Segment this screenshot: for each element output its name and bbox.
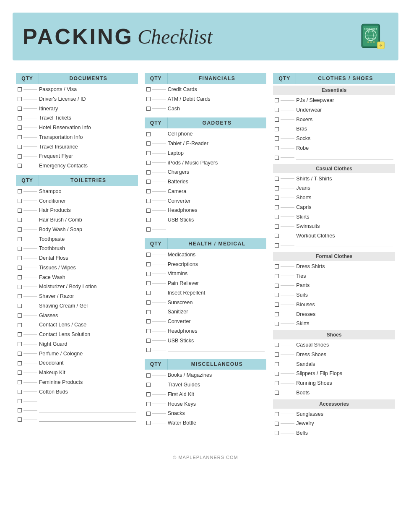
checkbox[interactable] bbox=[275, 177, 279, 181]
checkbox[interactable] bbox=[275, 343, 279, 347]
checkbox[interactable] bbox=[18, 209, 22, 213]
checkbox[interactable] bbox=[146, 161, 151, 165]
checkbox[interactable] bbox=[275, 136, 279, 141]
checkbox[interactable] bbox=[18, 408, 22, 412]
qty-line bbox=[152, 312, 166, 312]
checkbox[interactable] bbox=[146, 180, 151, 184]
checkbox[interactable] bbox=[18, 275, 22, 279]
checkbox[interactable] bbox=[18, 199, 22, 203]
checkbox[interactable] bbox=[18, 247, 22, 251]
checkbox[interactable] bbox=[275, 381, 279, 385]
checkbox[interactable] bbox=[146, 319, 151, 323]
checkbox[interactable] bbox=[275, 205, 279, 209]
checkbox[interactable] bbox=[18, 323, 22, 327]
checkbox[interactable] bbox=[18, 227, 22, 232]
checkbox[interactable] bbox=[146, 151, 151, 155]
checkbox[interactable] bbox=[275, 293, 279, 297]
checkbox[interactable] bbox=[275, 284, 279, 288]
checkbox[interactable] bbox=[275, 391, 279, 395]
checkbox[interactable] bbox=[18, 135, 22, 139]
checkbox[interactable] bbox=[18, 304, 22, 308]
checkbox[interactable] bbox=[146, 262, 151, 266]
checkbox[interactable] bbox=[146, 132, 151, 136]
checkbox[interactable] bbox=[275, 108, 279, 112]
checkbox[interactable] bbox=[146, 199, 151, 203]
checkbox[interactable] bbox=[146, 373, 151, 378]
checkbox[interactable] bbox=[18, 390, 22, 394]
checkbox[interactable] bbox=[146, 329, 151, 333]
checkbox[interactable] bbox=[275, 117, 279, 122]
checkbox[interactable] bbox=[146, 170, 151, 175]
checkbox[interactable] bbox=[275, 224, 279, 229]
checkbox[interactable] bbox=[275, 127, 279, 131]
checkbox[interactable] bbox=[275, 98, 279, 102]
checkbox[interactable] bbox=[146, 383, 151, 387]
checkbox[interactable] bbox=[146, 209, 151, 213]
checkbox[interactable] bbox=[146, 291, 151, 295]
checkbox[interactable] bbox=[18, 154, 22, 159]
checkbox[interactable] bbox=[275, 312, 279, 316]
checkbox[interactable] bbox=[18, 294, 22, 298]
checkbox[interactable] bbox=[275, 274, 279, 278]
checkbox[interactable] bbox=[18, 189, 22, 193]
checkbox[interactable] bbox=[146, 107, 151, 111]
checkbox[interactable] bbox=[275, 196, 279, 200]
checkbox[interactable] bbox=[146, 421, 151, 425]
checkbox[interactable] bbox=[18, 285, 22, 289]
checkbox[interactable] bbox=[18, 87, 22, 91]
checkbox[interactable] bbox=[18, 237, 22, 241]
checkbox[interactable] bbox=[146, 227, 151, 232]
checkbox[interactable] bbox=[146, 281, 151, 285]
checkbox[interactable] bbox=[275, 303, 279, 307]
checkbox[interactable] bbox=[18, 332, 22, 336]
checkbox[interactable] bbox=[275, 412, 279, 416]
checkbox[interactable] bbox=[146, 300, 151, 305]
checkbox[interactable] bbox=[146, 253, 151, 257]
checkbox[interactable] bbox=[275, 431, 279, 435]
checkbox[interactable] bbox=[146, 392, 151, 396]
checkbox[interactable] bbox=[18, 107, 22, 111]
checkbox[interactable] bbox=[275, 156, 279, 160]
checklist-item: Insect Repellent bbox=[145, 288, 267, 298]
checkbox[interactable] bbox=[275, 215, 279, 219]
checkbox[interactable] bbox=[18, 361, 22, 365]
checkbox[interactable] bbox=[275, 372, 279, 376]
checkbox[interactable] bbox=[18, 352, 22, 356]
checkbox[interactable] bbox=[275, 352, 279, 357]
checkbox[interactable] bbox=[146, 97, 151, 101]
checkbox[interactable] bbox=[18, 145, 22, 149]
checkbox[interactable] bbox=[18, 342, 22, 346]
checkbox[interactable] bbox=[146, 272, 151, 276]
checkbox[interactable] bbox=[275, 186, 279, 190]
checkbox[interactable] bbox=[146, 412, 151, 416]
checkbox[interactable] bbox=[275, 264, 279, 269]
checkbox[interactable] bbox=[146, 348, 151, 352]
checkbox[interactable] bbox=[146, 218, 151, 222]
checkbox[interactable] bbox=[275, 362, 279, 366]
checkbox[interactable] bbox=[275, 243, 279, 248]
checkbox[interactable] bbox=[18, 417, 22, 422]
checkbox[interactable] bbox=[18, 370, 22, 375]
checkbox[interactable] bbox=[146, 310, 151, 314]
checkbox[interactable] bbox=[146, 189, 151, 193]
checkbox[interactable] bbox=[18, 399, 22, 403]
checkbox[interactable] bbox=[275, 422, 279, 426]
checkbox[interactable] bbox=[146, 339, 151, 343]
checkbox[interactable] bbox=[18, 256, 22, 260]
qty-line bbox=[152, 283, 166, 284]
checkbox[interactable] bbox=[18, 116, 22, 120]
checkbox[interactable] bbox=[275, 322, 279, 326]
checkbox[interactable] bbox=[18, 218, 22, 222]
checkbox[interactable] bbox=[18, 164, 22, 168]
checkbox[interactable] bbox=[146, 141, 151, 146]
checklist-item: Dresses bbox=[273, 310, 395, 319]
checkbox[interactable] bbox=[18, 266, 22, 270]
checkbox[interactable] bbox=[18, 313, 22, 318]
checkbox[interactable] bbox=[146, 402, 151, 406]
checkbox[interactable] bbox=[18, 97, 22, 101]
checkbox[interactable] bbox=[146, 87, 151, 91]
checkbox[interactable] bbox=[18, 380, 22, 384]
checkbox[interactable] bbox=[275, 146, 279, 150]
checkbox[interactable] bbox=[18, 125, 22, 130]
checkbox[interactable] bbox=[275, 234, 279, 238]
